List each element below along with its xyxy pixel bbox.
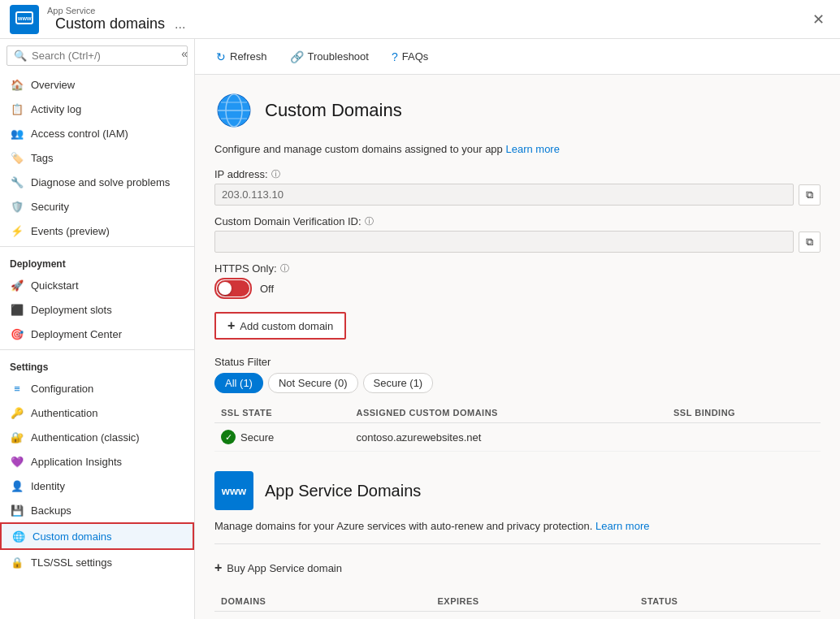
sidebar-label-access-control: Access control (IAM) — [31, 128, 128, 140]
no-data-row: No data found — [214, 612, 821, 620]
filter-not-secure-button[interactable]: Not Secure (0) — [268, 373, 358, 393]
sidebar-item-diagnose[interactable]: 🔧 Diagnose and solve problems — [0, 170, 194, 194]
verification-id-input[interactable] — [214, 231, 794, 253]
divider — [214, 543, 821, 544]
sidebar-label-deployment-center: Deployment Center — [31, 328, 122, 340]
app-service-title-row: www App Service Domains — [214, 471, 821, 510]
col-domains: DOMAINS — [214, 591, 431, 612]
faqs-label: FAQs — [402, 50, 429, 63]
verification-id-field: Custom Domain Verification ID: ⓘ ⧉ — [214, 215, 821, 253]
key-icon: 🔑 — [10, 405, 24, 420]
search-input[interactable] — [32, 50, 180, 62]
sidebar-label-authentication: Authentication — [31, 407, 97, 419]
https-toggle-label: Off — [260, 283, 274, 295]
shield-icon: 🛡️ — [10, 199, 24, 214]
sidebar-item-overview[interactable]: 🏠 Overview — [0, 72, 194, 97]
https-only-field: HTTPS Only: ⓘ Off — [214, 262, 821, 299]
status-filter: Status Filter All (1) Not Secure (0) Sec… — [214, 356, 821, 393]
ip-info-icon[interactable]: ⓘ — [271, 168, 280, 180]
page-title-bar: Custom domains — [55, 15, 165, 32]
svg-text:www: www — [17, 15, 32, 21]
ip-address-input[interactable] — [214, 184, 794, 206]
https-toggle-wrapper[interactable] — [214, 278, 252, 299]
sliders-icon: ≡ — [10, 381, 24, 396]
sidebar-label-quickstart: Quickstart — [31, 279, 79, 292]
sidebar-item-authentication-classic[interactable]: 🔐 Authentication (classic) — [0, 425, 194, 449]
close-button[interactable]: ✕ — [806, 7, 830, 32]
sidebar-item-backups[interactable]: 💾 Backups — [0, 498, 194, 522]
lock-icon: 🔒 — [10, 555, 24, 569]
ssl-state-value: Secure — [240, 431, 274, 444]
sidebar-item-deployment-center[interactable]: 🎯 Deployment Center — [0, 322, 194, 346]
sidebar-label-authentication-classic: Authentication (classic) — [31, 431, 140, 444]
app-service-domains-table: DOMAINS EXPIRES STATUS No data found — [214, 591, 821, 619]
sidebar-item-tags[interactable]: 🏷️ Tags — [0, 145, 194, 170]
secure-check-icon: ✓ — [221, 430, 236, 444]
faqs-button[interactable]: ? FAQs — [383, 46, 436, 67]
app-service-title: App Service Domains — [265, 482, 421, 500]
center-icon: 🎯 — [10, 327, 24, 341]
ssl-binding-value — [667, 423, 821, 452]
sidebar-item-identity[interactable]: 👤 Identity — [0, 474, 194, 498]
toolbar: ↻ Refresh 🔗 Troubleshoot ? FAQs — [195, 39, 840, 75]
content-area: Custom Domains Configure and manage cust… — [195, 75, 840, 619]
app-service-learn-more-link[interactable]: Learn more — [595, 520, 649, 532]
sidebar-item-security[interactable]: 🛡️ Security — [0, 194, 194, 219]
https-info-icon[interactable]: ⓘ — [280, 262, 289, 275]
ip-address-field: IP address: ⓘ ⧉ — [214, 168, 821, 206]
sidebar-item-deployment-slots[interactable]: ⬛ Deployment slots — [0, 297, 194, 322]
refresh-label: Refresh — [230, 50, 267, 63]
sidebar-label-identity: Identity — [31, 480, 65, 492]
search-box[interactable]: 🔍 — [6, 45, 188, 66]
no-data-text: No data found — [214, 612, 821, 620]
ip-copy-button[interactable]: ⧉ — [799, 184, 821, 206]
https-toggle[interactable] — [217, 280, 249, 297]
col-ssl-binding: SSL Binding — [667, 403, 821, 423]
search-icon: 🔍 — [14, 50, 27, 62]
buy-domain-button[interactable]: + Buy App Service domain — [214, 556, 342, 580]
app-service-description: Manage domains for your Azure services w… — [214, 520, 821, 532]
refresh-button[interactable]: ↻ Refresh — [208, 46, 275, 67]
sidebar-label-diagnose: Diagnose and solve problems — [31, 176, 170, 188]
rocket-icon: 🚀 — [10, 278, 24, 292]
status-filter-label: Status Filter — [214, 356, 821, 368]
faqs-icon: ? — [392, 50, 398, 63]
verification-copy-button[interactable]: ⧉ — [799, 232, 821, 253]
insights-icon: 💜 — [10, 454, 24, 469]
globe-large-icon — [214, 91, 253, 130]
page-title: Custom Domains — [265, 100, 402, 121]
page-description: Configure and manage custom domains assi… — [214, 143, 821, 155]
layers-icon: ⬛ — [10, 302, 24, 317]
buy-domain-label: Buy App Service domain — [227, 562, 342, 574]
troubleshoot-button[interactable]: 🔗 Troubleshoot — [282, 46, 377, 67]
more-options-icon[interactable]: ... — [175, 17, 185, 32]
col-assigned-domains: ASSIGNED CUSTOM DOMAINS — [349, 403, 667, 423]
sidebar-item-custom-domains[interactable]: 🌐 Custom domains — [0, 522, 194, 550]
sidebar-item-tls-ssl[interactable]: 🔒 TLS/SSL settings — [0, 550, 194, 574]
verification-id-label: Custom Domain Verification ID: ⓘ — [214, 215, 821, 227]
deployment-section-header: Deployment — [0, 250, 194, 273]
title-bar: www App Service Custom domains ... ✕ — [0, 0, 840, 39]
domains-table: SSL STATE ASSIGNED CUSTOM DOMAINS SSL Bi… — [214, 403, 821, 452]
troubleshoot-label: Troubleshoot — [308, 50, 369, 63]
filter-all-button[interactable]: All (1) — [214, 373, 263, 393]
add-custom-domain-button[interactable]: + Add custom domain — [214, 312, 346, 340]
sidebar-item-activity-log[interactable]: 📋 Activity log — [0, 97, 194, 121]
sidebar-label-security: Security — [31, 201, 69, 213]
sidebar-collapse-button[interactable]: « — [181, 47, 188, 60]
sidebar-label-events: Events (preview) — [31, 225, 110, 237]
sidebar-item-access-control[interactable]: 👥 Access control (IAM) — [0, 121, 194, 145]
sidebar-item-events[interactable]: ⚡ Events (preview) — [0, 219, 194, 243]
sidebar-item-quickstart[interactable]: 🚀 Quickstart — [0, 273, 194, 297]
sidebar-item-application-insights[interactable]: 💜 Application Insights — [0, 449, 194, 474]
filter-secure-button[interactable]: Secure (1) — [363, 373, 434, 393]
sidebar-label-custom-domains: Custom domains — [32, 530, 112, 543]
domain-value: contoso.azurewebsites.net — [349, 423, 667, 452]
table-row: ✓ Secure contoso.azurewebsites.net — [214, 423, 821, 452]
sidebar-label-configuration: Configuration — [31, 383, 93, 395]
learn-more-link[interactable]: Learn more — [505, 143, 559, 155]
sidebar-item-configuration[interactable]: ≡ Configuration — [0, 376, 194, 400]
person-icon: 👤 — [10, 478, 24, 493]
verification-info-icon[interactable]: ⓘ — [365, 215, 374, 227]
sidebar-item-authentication[interactable]: 🔑 Authentication — [0, 400, 194, 425]
